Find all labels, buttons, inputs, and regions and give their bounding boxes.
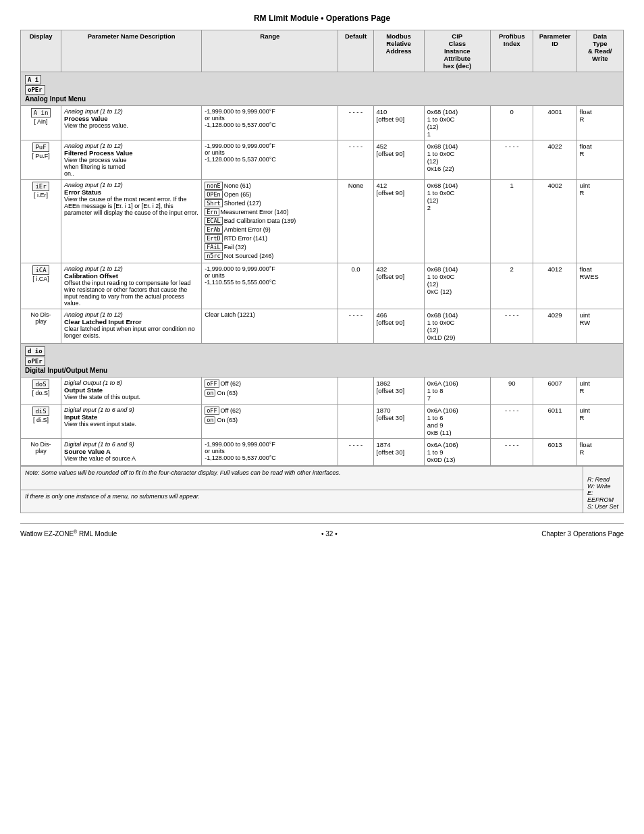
param-category: Analog Input (1 to 12): [64, 142, 198, 149]
range-value-box: ECAL: [205, 217, 222, 225]
display-cell: doS[ do.S]: [21, 377, 61, 405]
param-name-cell: Analog Input (1 to 12)Calibration Offset…: [61, 263, 202, 309]
display-label: [ di.S]: [33, 417, 49, 423]
modbus-cell: 412 [offset 90]: [373, 180, 424, 263]
range-value-box: Ern: [205, 208, 219, 216]
col-range: Range: [202, 30, 338, 72]
range-value-label: Shorted (127): [224, 200, 261, 207]
lcd-display: oPEr: [25, 357, 45, 366]
range-cell: -1,999.000 to 9,999.000°F or units -1,12…: [202, 106, 338, 140]
table-row: No Dis- playDigital Input (1 to 6 and 9)…: [21, 439, 624, 466]
param-name-cell: Analog Input (1 to 12)Process ValueView …: [61, 106, 202, 140]
profibus-cell: 90: [490, 377, 533, 405]
col-param: Parameter Name Description: [61, 30, 202, 72]
cip-cell: 0x6A (106) 1 to 6 and 9 0xB (11): [424, 405, 490, 439]
param-name-cell: Analog Input (1 to 12)Error StatusView t…: [61, 180, 202, 263]
display-cell: diS[ di.S]: [21, 405, 61, 439]
range-item: oFFOff (62): [205, 407, 335, 415]
range-item: nonENone (61): [205, 182, 335, 190]
param-id-cell: 4001: [533, 106, 576, 140]
range-value-box: ErtD: [205, 234, 222, 242]
param-category: Analog Input (1 to 12): [64, 108, 198, 115]
lcd-display: doS: [32, 380, 49, 389]
param-category: Analog Input (1 to 12): [64, 265, 198, 272]
lcd-display: oPEr: [25, 85, 45, 95]
param-category: Analog Input (1 to 12): [64, 311, 198, 318]
range-value-label: None (61): [224, 182, 251, 189]
param-id-cell: 4022: [533, 140, 576, 180]
data-type-cell: uint RW: [576, 309, 623, 344]
col-param-id: ParameterID: [533, 30, 576, 72]
col-profibus: ProfibusIndex: [490, 30, 533, 72]
param-category: Digital Input (1 to 6 and 9): [64, 407, 198, 413]
param-bold-name: Clear Latched Input Error: [64, 318, 198, 325]
param-category: Digital Input (1 to 6 and 9): [64, 441, 198, 448]
range-item: OPEnOpen (65): [205, 190, 335, 199]
display-label: [ do.S]: [32, 390, 50, 396]
range-item: ErnMeasurement Error (140): [205, 208, 335, 216]
modbus-cell: 1874 [offset 30]: [373, 439, 424, 466]
lcd-display: iCA: [32, 265, 49, 275]
data-type-cell: float R: [576, 106, 623, 140]
param-id-cell: 6013: [533, 439, 576, 466]
default-cell: - - - -: [338, 439, 373, 466]
param-description: View the state of this output.: [64, 394, 198, 400]
param-description: View the process value.: [64, 122, 198, 129]
section-label: Analog Input Menu: [25, 95, 86, 103]
param-description: View the cause of the most recent error.…: [64, 196, 198, 216]
note1: Note: Some values will be rounded off to…: [21, 467, 583, 490]
default-cell: [338, 377, 373, 405]
range-value-label: Open (65): [224, 191, 252, 198]
param-description: Clear latched input when input error con…: [64, 325, 198, 339]
param-bold-name: Process Value: [64, 115, 198, 122]
lcd-display: A i: [25, 75, 41, 84]
range-item: FAiLFail (32): [205, 243, 335, 251]
range-value-label: Off (62): [221, 407, 241, 414]
display-cell: No Dis- play: [21, 439, 61, 466]
range-cell: -1,999.000 to 9,999.000°F or units -1,12…: [202, 140, 338, 180]
range-value-label: Ambient Error (9): [224, 226, 271, 233]
default-cell: 0.0: [338, 263, 373, 309]
range-item: ErAbAmbient Error (9): [205, 226, 335, 234]
lcd-display: d io: [25, 346, 45, 356]
param-name-cell: Analog Input (1 to 12)Filtered Process V…: [61, 140, 202, 180]
range-cell: -1,999.000 to 9,999.000°F or units -1,12…: [202, 439, 338, 466]
data-type-cell: float R: [576, 140, 623, 180]
footer-center: • 32 •: [321, 530, 338, 538]
param-id-cell: 4012: [533, 263, 576, 309]
range-item: onOn (63): [205, 389, 335, 397]
profibus-cell: - - - -: [490, 439, 533, 466]
cip-cell: 0x68 (104) 1 to 0x0C (12) 0x16 (22): [424, 140, 490, 180]
display-cell: iEr[ i.Er]: [21, 180, 61, 263]
default-cell: - - - -: [338, 106, 373, 140]
range-value-label: Bad Calibration Data (139): [224, 217, 296, 224]
range-cell: oFFOff (62)onOn (63): [202, 405, 338, 439]
param-category: Analog Input (1 to 12): [64, 182, 198, 188]
section-header-cell: d iooPErDigital Input/Output Menu: [21, 344, 624, 377]
modbus-cell: 1870 [offset 30]: [373, 405, 424, 439]
param-id-cell: 4029: [533, 309, 576, 344]
modbus-cell: 466 [offset 90]: [373, 309, 424, 344]
range-item: n5rcNot Sourced (246): [205, 252, 335, 260]
param-bold-name: Error Status: [64, 188, 198, 196]
col-modbus: ModbusRelativeAddress: [373, 30, 424, 72]
param-description: View this event input state.: [64, 421, 198, 427]
col-cip: CIPClassInstanceAttributehex (dec): [424, 30, 490, 72]
display-label: [ Pu.F]: [32, 153, 50, 159]
param-description: Offset the input reading to compensate f…: [64, 280, 198, 307]
range-value-label: RTD Error (141): [224, 235, 267, 242]
table-row: iCA[ i.CA]Analog Input (1 to 12)Calibrat…: [21, 263, 624, 309]
param-bold-name: Output State: [64, 386, 198, 394]
param-name-cell: Digital Input (1 to 6 and 9)Input StateV…: [61, 405, 202, 439]
modbus-cell: 410 [offset 90]: [373, 106, 424, 140]
display-cell: No Dis- play: [21, 309, 61, 344]
param-bold-name: Input State: [64, 413, 198, 421]
param-bold-name: Filtered Process Value: [64, 149, 198, 157]
range-item: onOn (63): [205, 416, 335, 424]
display-label: No Dis- play: [31, 311, 51, 325]
col-default: Default: [338, 30, 373, 72]
legend: R: Read W: Write E: EEPROM S: User Set: [583, 467, 624, 513]
range-value-box: on: [205, 416, 215, 424]
data-type-cell: float R: [576, 439, 623, 466]
main-table: Display Parameter Name Description Range…: [20, 30, 624, 466]
